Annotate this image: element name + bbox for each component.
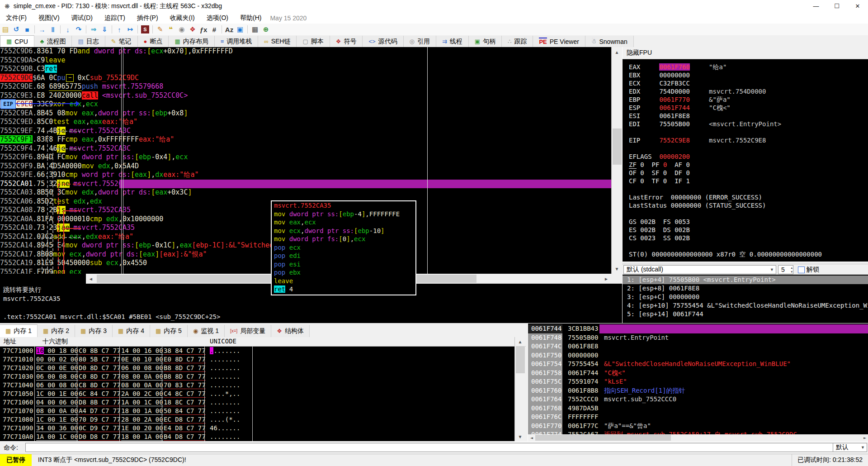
register-row[interactable]: ESP 0061F744 "C槐<" bbox=[629, 104, 731, 112]
scroll-up-icon[interactable]: ▲ bbox=[515, 337, 525, 346]
step-over-icon[interactable]: ↷ bbox=[73, 24, 84, 34]
execute-till-return-icon[interactable]: ↑ bbox=[114, 24, 125, 34]
argument-row[interactable]: 5: [esp+14] 0061F744 bbox=[623, 310, 868, 319]
disasm-row[interactable]: 7552C9EA.8B45 08mov eax,dword ptr ss:[eb… bbox=[0, 109, 611, 118]
globe-icon[interactable]: ⊕ bbox=[260, 24, 271, 34]
tab-cpu[interactable]: ▦CPU bbox=[0, 35, 34, 47]
memtab-dump-5[interactable]: ▦内存 5 bbox=[150, 325, 188, 337]
menu-item-D[interactable]: 调试(D) bbox=[66, 12, 99, 24]
command-input[interactable] bbox=[25, 443, 834, 452]
spin-down-icon[interactable]: ▾ bbox=[791, 270, 793, 274]
disasm-row[interactable]: 7552CA01.75 32jne msvcrt.7552CA35 bbox=[0, 180, 611, 189]
disasm-row[interactable]: 7552C9FE.66:3910cmp word ptr ds:[eax],dx… bbox=[0, 171, 611, 180]
dump-vscrollbar[interactable]: ▲ ▼ bbox=[514, 337, 525, 441]
register-row[interactable]: EBP 0061F770 &"萨a" bbox=[629, 95, 731, 104]
disasm-row[interactable]: 7552C9F1.83F8 FFcmp eax,0xFFFFFFFFeax:"给… bbox=[0, 135, 611, 144]
register-row[interactable]: CS 0023 SS 002B bbox=[629, 234, 690, 242]
memtab-dump-4[interactable]: ▦内存 4 bbox=[113, 325, 150, 337]
register-row[interactable]: OF 0 SF 0 DF 0 bbox=[629, 169, 690, 177]
tab-memory-map[interactable]: ▦内存布局 bbox=[169, 36, 214, 47]
menu-item-T[interactable]: 追踪(T) bbox=[99, 12, 131, 24]
stack-row[interactable]: 0061F75475755454&L"SwitchedCloseHandleNo… bbox=[528, 360, 868, 369]
minimize-button[interactable]: — bbox=[806, 0, 826, 12]
tab-threads[interactable]: ⇉线程 bbox=[436, 36, 469, 47]
tab-snowman[interactable]: ☃Snowman bbox=[585, 36, 634, 47]
open-file-icon[interactable]: ▤ bbox=[0, 24, 11, 34]
arg-count-spinner[interactable]: 5 ▴▾ bbox=[778, 265, 793, 274]
pause-icon[interactable]: ‖ bbox=[47, 24, 58, 34]
close-button[interactable]: ✕ bbox=[847, 0, 868, 12]
scroll-right-icon[interactable]: ► bbox=[601, 274, 611, 284]
scrollbar-thumb[interactable] bbox=[535, 435, 671, 441]
stack-row[interactable]: 0061F75C75591074"kLsE" bbox=[528, 377, 868, 386]
stack-row[interactable]: 0061F74875505B00msvcrt.EntryPoint bbox=[528, 333, 868, 342]
tab-trace[interactable]: ∴跟踪 bbox=[502, 36, 533, 47]
menu-item-V[interactable]: 视图(V) bbox=[33, 12, 66, 24]
arguments-panel[interactable]: 1: [esp+4] 75505B00 <msvcrt.EntryPoint>2… bbox=[622, 275, 868, 323]
run-to-cursor-icon[interactable]: ⇒ bbox=[88, 24, 99, 34]
argument-row[interactable]: 4: [esp+10] 75755454 &L"SwitchedCloseHan… bbox=[623, 301, 868, 310]
argument-row[interactable]: 3: [esp+C] 00000000 bbox=[623, 293, 868, 301]
stack-hscrollbar[interactable]: ◄ ► bbox=[528, 434, 868, 441]
scroll-left-icon[interactable]: ◄ bbox=[86, 274, 96, 284]
disasm-vscrollbar[interactable]: ▲ ▼ bbox=[611, 47, 622, 274]
tab-handles[interactable]: ▣句柄 bbox=[469, 36, 502, 47]
hash-icon[interactable]: # bbox=[209, 24, 220, 34]
calculator-icon[interactable]: ▦ bbox=[250, 24, 260, 34]
calling-convention-select[interactable]: 默认 (stdcall) ▼ bbox=[623, 265, 776, 274]
stack-row[interactable]: 0061F75000000000 bbox=[528, 351, 868, 360]
menu-item-O[interactable]: 选项(O) bbox=[201, 12, 234, 24]
memtab-watch-1[interactable]: ◉监视 1 bbox=[188, 325, 225, 337]
stop-icon[interactable]: ■ bbox=[22, 24, 33, 34]
tab-symbols[interactable]: ❖符号 bbox=[330, 36, 363, 47]
register-row[interactable]: EFLAGS 00000200 bbox=[629, 152, 690, 161]
tab-pe-viewer[interactable]: PEPE Viewer bbox=[533, 36, 585, 47]
menu-item-P[interactable]: 插件(P) bbox=[131, 12, 164, 24]
stack-panel[interactable]: 0061F7443CB1BB430061F74875505B00msvcrt.E… bbox=[528, 323, 868, 441]
maximize-button[interactable]: ☐ bbox=[826, 0, 847, 12]
tab-call-stack[interactable]: ≡调用堆栈 bbox=[215, 36, 259, 47]
tab-source[interactable]: <>源代码 bbox=[363, 36, 403, 47]
tab-breakpoints[interactable]: ●断点 bbox=[138, 36, 169, 47]
register-row[interactable]: LastError 00000000 (ERROR_SUCCESS) bbox=[629, 193, 762, 201]
memtab-dump-3[interactable]: ▦内存 3 bbox=[75, 325, 113, 337]
scroll-right-icon[interactable]: ► bbox=[861, 434, 868, 441]
step-into-icon[interactable]: ↓ bbox=[62, 24, 73, 34]
tab-script[interactable]: ▢脚本 bbox=[297, 36, 330, 47]
computer-icon[interactable]: ▣ bbox=[235, 24, 245, 34]
snapshot-icon[interactable]: S bbox=[141, 25, 149, 33]
stack-row[interactable]: 0061F7700061F77C"萨a"==&"曾a" bbox=[528, 422, 868, 431]
register-row[interactable]: EAX 0061F760 "给a" bbox=[629, 63, 726, 71]
menu-item-F[interactable]: 文件(F) bbox=[0, 12, 33, 24]
spin-up-icon[interactable]: ▴ bbox=[791, 266, 793, 270]
stack-row[interactable]: 0061F7443CB1BB43 bbox=[528, 324, 868, 333]
scroll-down-icon[interactable]: ▼ bbox=[515, 432, 525, 441]
register-row[interactable]: EDX 754D0000 msvcrt.754D0000 bbox=[629, 87, 766, 95]
memtab-dump-2[interactable]: ▦内存 2 bbox=[38, 325, 75, 337]
stack-row[interactable]: 0061F7684987DA5B bbox=[528, 404, 868, 413]
disasm-row[interactable]: 7552C9DB.C3ret bbox=[0, 65, 611, 74]
tab-seh[interactable]: ∞SEH链 bbox=[258, 36, 297, 47]
stack-row[interactable]: 0061F7580061F744"C槐<" bbox=[528, 369, 868, 378]
hide-fpu-button[interactable]: 隐藏FPU bbox=[622, 47, 868, 59]
scrollbar-thumb[interactable] bbox=[613, 128, 622, 165]
register-row[interactable]: LastStatus 00000000 (STATUS_SUCCESS) bbox=[629, 201, 766, 209]
argument-row[interactable]: 2: [esp+8] 0061F8E8 bbox=[623, 284, 868, 293]
registers-panel[interactable]: EAX 0061F760 "给a"EBX 00000000ECX C32FB3C… bbox=[622, 59, 868, 262]
function-icon[interactable]: ƒx bbox=[198, 24, 209, 34]
tab-graph[interactable]: ♣流程图 bbox=[34, 36, 72, 47]
disasm-row[interactable]: 7552CA03.8B50 3Cmov edx,dword ptr ds:[ea… bbox=[0, 188, 611, 197]
disasm-row[interactable]: 7552C9E3.E8 24020000call <msvcrt.sub_755… bbox=[0, 91, 611, 100]
stack-row[interactable]: 0061F74C0061F8E8 bbox=[528, 342, 868, 351]
register-row[interactable]: ESI 0061F8E8 bbox=[629, 112, 690, 120]
lock-checkbox[interactable] bbox=[798, 266, 805, 273]
register-row[interactable]: ES 002B DS 002B bbox=[629, 226, 690, 234]
disasm-row[interactable]: 7552C9F6.894D FCmov dword ptr ss:[ebp-0x… bbox=[0, 153, 611, 162]
scroll-left-icon[interactable]: ◄ bbox=[528, 434, 535, 441]
label-icon[interactable]: ◉ bbox=[176, 24, 187, 34]
stack-row[interactable]: 0061F7647552CCC0msvcrt.sub_7552CCC0 bbox=[528, 395, 868, 404]
memtab-locals[interactable]: [x=]局部变量 bbox=[225, 325, 271, 337]
register-row[interactable]: ST(0) 0000000000000000 x87r0 空 0.0000000… bbox=[629, 250, 822, 258]
register-row[interactable]: EIP 7552C9E8 msvcrt.7552C9E8 bbox=[629, 136, 766, 144]
menu-item-I[interactable]: 收藏夹(I) bbox=[164, 12, 201, 24]
